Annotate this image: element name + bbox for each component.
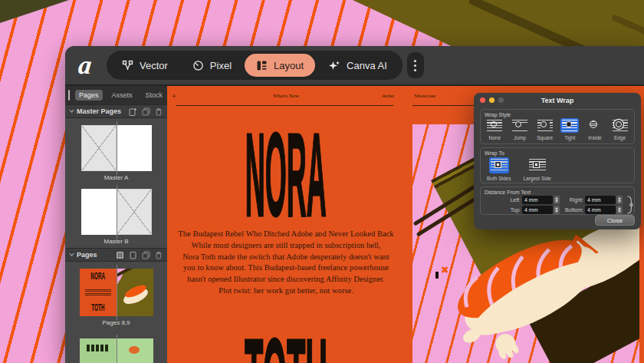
apply-master-icon[interactable]: [116, 251, 124, 259]
master-a-left-page: [81, 125, 117, 171]
largest-side-icon: [529, 159, 546, 172]
pages-section-header[interactable]: Pages: [65, 248, 167, 262]
wrap-style-label: Wrap Style: [485, 112, 511, 117]
minimize-traffic-light[interactable]: [489, 97, 495, 103]
sparkle-icon: [328, 60, 340, 71]
mini-green-illustration: [129, 346, 140, 354]
master-a-label: Master A: [104, 174, 129, 181]
wrap-to-label: Wrap To: [485, 150, 504, 156]
tab-layout-label: Layout: [274, 60, 304, 71]
wrap-edge-icon: [613, 120, 628, 131]
panel-tab-stock[interactable]: Stock: [142, 90, 167, 101]
master-pages-section-label: Master Pages: [77, 107, 121, 115]
backdrop-corner-triangle: [0, 0, 69, 23]
headline-toth[interactable]: TOTH: [167, 322, 405, 363]
mini-title-toth: TOTH: [91, 304, 104, 314]
distance-top-input[interactable]: 4 mm: [522, 206, 553, 214]
duplicate-page-icon[interactable]: [142, 251, 150, 259]
tab-pixel[interactable]: Pixel: [181, 54, 243, 77]
tab-vector[interactable]: Vector: [110, 54, 179, 77]
pages-list: NORA TOTH Pages 8,9: [65, 262, 167, 363]
kebab-dot: [414, 60, 416, 62]
wrap-style-group: Wrap Style None Jump Square Tight: [480, 109, 635, 144]
page-9-mini: [117, 269, 153, 316]
chevron-down-icon: [69, 107, 74, 112]
distance-right-input[interactable]: 4 mm: [585, 196, 616, 204]
panel-edge-handle[interactable]: [68, 90, 70, 101]
distance-from-text-group: Distance From Text Left: 4 mm Top: 4 mm …: [480, 186, 635, 215]
both-sides-icon: [491, 159, 508, 172]
distance-bottom-input[interactable]: 4 mm: [585, 206, 616, 214]
pages-section-label: Pages: [77, 251, 97, 259]
pages-panel: Pages Assets Stock Master Pages: [65, 86, 167, 363]
wrap-to-largest-side-button[interactable]: [527, 157, 547, 173]
zoom-traffic-light: [498, 97, 504, 103]
wrap-to-both-sides-button[interactable]: [489, 157, 509, 173]
screenshot-root: a Vector Pixel: [0, 0, 644, 363]
panel-tabs-row: Pages Assets Stock: [65, 86, 167, 104]
wrap-style-option-label: Edge: [614, 135, 626, 140]
duplicate-page-icon[interactable]: [142, 107, 150, 116]
pixel-circle-icon: [192, 60, 204, 71]
master-a-thumbnail[interactable]: [81, 125, 152, 171]
master-pages-list: Master A Master B: [65, 118, 167, 248]
distance-right-label: Right:: [564, 197, 583, 203]
spread-spine: [117, 335, 117, 363]
close-button[interactable]: Close: [595, 215, 635, 226]
add-page-icon[interactable]: [129, 251, 137, 259]
next-right-page-mini: [117, 338, 153, 363]
distance-bottom-stepper[interactable]: [616, 206, 623, 214]
master-pages-section-header[interactable]: Master Pages: [65, 104, 167, 118]
mini-green-title-block: [87, 345, 110, 351]
wrap-style-edge-button[interactable]: [611, 118, 629, 133]
wrap-style-square-button[interactable]: [536, 118, 554, 133]
master-b-thumbnail[interactable]: [81, 189, 152, 235]
running-head-right: Artist: [343, 93, 394, 99]
text-wrap-dialog: Text Wrap Wrap Style None Jump Square: [474, 93, 641, 229]
distance-label: Distance From Text: [485, 190, 531, 195]
distance-top-label: Top:: [501, 207, 521, 213]
spread-spine: [117, 185, 117, 239]
tab-pixel-label: Pixel: [210, 60, 232, 71]
mini-title-nora: NORA: [90, 272, 105, 282]
delete-page-icon[interactable]: [155, 251, 163, 259]
pages-8-9-label: Pages 8,9: [102, 319, 130, 326]
pages-8-9-thumbnail[interactable]: NORA TOTH: [80, 269, 153, 316]
wrap-to-group: Wrap To Both Sides Largest Side: [480, 147, 635, 183]
spread-spine: [117, 265, 117, 320]
panel-tab-assets[interactable]: Assets: [108, 90, 136, 101]
panel-tab-pages[interactable]: Pages: [75, 90, 103, 101]
distance-right-stepper[interactable]: [616, 196, 623, 204]
body-text-frame[interactable]: The Budapest Rebel Who Ditched Adobe and…: [172, 229, 400, 297]
headline-nora[interactable]: NORA: [167, 117, 405, 178]
dialog-titlebar[interactable]: Text Wrap: [474, 93, 641, 108]
running-head-rule-left: [176, 105, 393, 106]
delete-page-icon[interactable]: [155, 107, 163, 116]
kebab-dot: [414, 69, 416, 71]
chevron-down-icon: [69, 251, 74, 256]
affinity-logo[interactable]: a: [71, 52, 99, 78]
next-pages-thumbnail[interactable]: [80, 338, 153, 363]
tab-layout[interactable]: Layout: [245, 54, 315, 77]
wrap-inside-icon: [587, 120, 603, 131]
close-traffic-light[interactable]: [480, 97, 485, 103]
next-left-page-mini: [80, 338, 117, 363]
wrap-style-tight-button[interactable]: [560, 118, 579, 133]
distance-top-stepper[interactable]: [554, 206, 560, 214]
tab-canva-ai[interactable]: Canva AI: [317, 54, 399, 77]
master-b-right-page: [117, 189, 152, 235]
add-page-icon[interactable]: [129, 107, 137, 116]
wrap-style-inside-button[interactable]: [586, 118, 604, 133]
tab-canva-ai-label: Canva AI: [347, 60, 387, 71]
wrap-style-option-label: None: [489, 135, 501, 140]
wrap-style-jump-button[interactable]: [511, 118, 529, 133]
master-b-label: Master B: [104, 238, 128, 245]
overflow-menu-button[interactable]: [407, 52, 424, 78]
wrap-style-none-button[interactable]: [485, 118, 504, 133]
kebab-dot: [414, 64, 416, 67]
distance-left-input[interactable]: 4 mm: [522, 196, 553, 204]
wrap-square-icon: [537, 120, 553, 131]
distance-left-stepper[interactable]: [554, 196, 560, 204]
spread-spine: [117, 121, 117, 175]
mini-body-lines: [85, 289, 111, 297]
